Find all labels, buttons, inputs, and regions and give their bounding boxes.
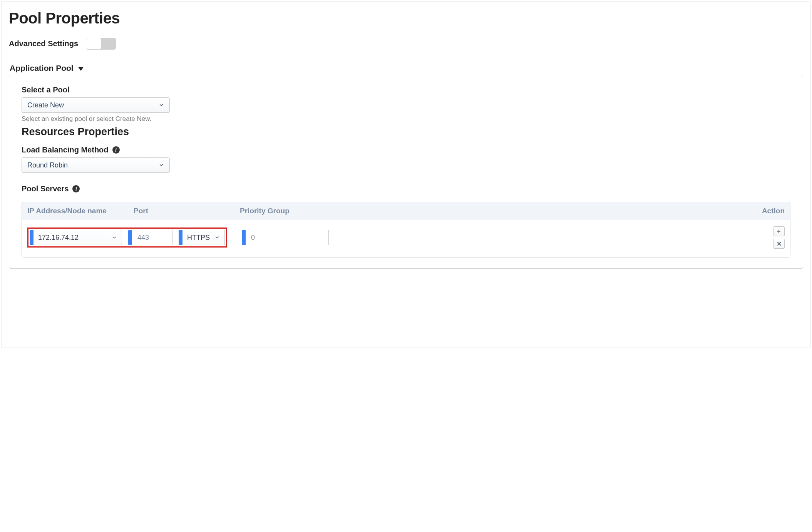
protocol-input-group: HTTPS: [179, 230, 225, 245]
load-balancing-label: Load Balancing Method i: [22, 146, 790, 154]
toggle-knob: [86, 38, 101, 49]
close-icon: ✕: [777, 240, 782, 248]
port-input-wrapper: [132, 230, 172, 245]
select-pool-label: Select a Pool: [22, 85, 790, 94]
pool-servers-label: Pool Servers i: [22, 184, 790, 193]
load-balancing-dropdown[interactable]: Round Robin: [22, 157, 170, 173]
load-balancing-value: Round Robin: [27, 161, 68, 169]
chevron-down-icon: [112, 235, 117, 240]
protocol-dropdown[interactable]: HTTPS: [182, 230, 225, 245]
info-icon[interactable]: i: [112, 146, 120, 154]
row-actions: + ✕: [763, 226, 785, 249]
caret-down-icon: [78, 67, 84, 71]
chevron-down-icon: [214, 235, 220, 240]
chevron-down-icon: [159, 102, 164, 108]
page-title: Pool Properties: [9, 10, 803, 27]
blue-bar: [179, 230, 182, 245]
pool-servers-table: IP Address/Node name Port Priority Group…: [22, 202, 790, 258]
table-header: IP Address/Node name Port Priority Group…: [22, 202, 790, 220]
advanced-settings-row: Advanced Settings: [9, 38, 803, 50]
priority-group-input-group: [242, 230, 329, 245]
advanced-settings-toggle[interactable]: [86, 38, 116, 50]
col-port: Port: [134, 207, 234, 215]
resources-properties-heading: Resources Properties: [22, 126, 790, 138]
priority-group-input[interactable]: [250, 233, 324, 242]
ip-value: 172.16.74.12: [38, 234, 79, 242]
select-pool-dropdown[interactable]: Create New: [22, 97, 170, 113]
ip-input-group: 172.16.74.12: [30, 230, 122, 245]
blue-bar: [128, 230, 132, 245]
col-action: Action: [762, 207, 785, 215]
application-pool-panel: Select a Pool Create New Select an exist…: [9, 76, 803, 269]
plus-icon: +: [777, 228, 780, 235]
port-input[interactable]: [137, 233, 167, 242]
protocol-value: HTTPS: [187, 234, 210, 242]
select-pool-value: Create New: [27, 101, 64, 109]
highlighted-server-fields: 172.16.74.12: [27, 228, 227, 248]
priority-group-wrapper: [242, 230, 329, 245]
load-balancing-label-text: Load Balancing Method: [22, 146, 109, 154]
blue-bar: [30, 230, 33, 245]
add-row-button[interactable]: +: [773, 226, 785, 236]
section-application-pool-header[interactable]: Application Pool: [10, 64, 803, 73]
port-input-group: [128, 230, 172, 245]
pool-properties-panel: Pool Properties Advanced Settings Applic…: [2, 2, 810, 348]
section-title: Application Pool: [10, 64, 74, 73]
select-pool-hint: Select an existing pool or select Create…: [22, 115, 790, 123]
advanced-settings-label: Advanced Settings: [9, 39, 78, 48]
table-row: 172.16.74.12: [22, 220, 790, 257]
pool-servers-label-text: Pool Servers: [22, 184, 69, 193]
ip-dropdown[interactable]: 172.16.74.12: [33, 230, 122, 245]
remove-row-button[interactable]: ✕: [773, 239, 785, 249]
pg-input-wrapper: [246, 230, 329, 245]
info-icon[interactable]: i: [72, 185, 80, 192]
blue-bar: [242, 230, 246, 245]
col-pg: Priority Group: [240, 207, 340, 215]
col-ip: IP Address/Node name: [27, 207, 127, 215]
chevron-down-icon: [159, 162, 164, 168]
